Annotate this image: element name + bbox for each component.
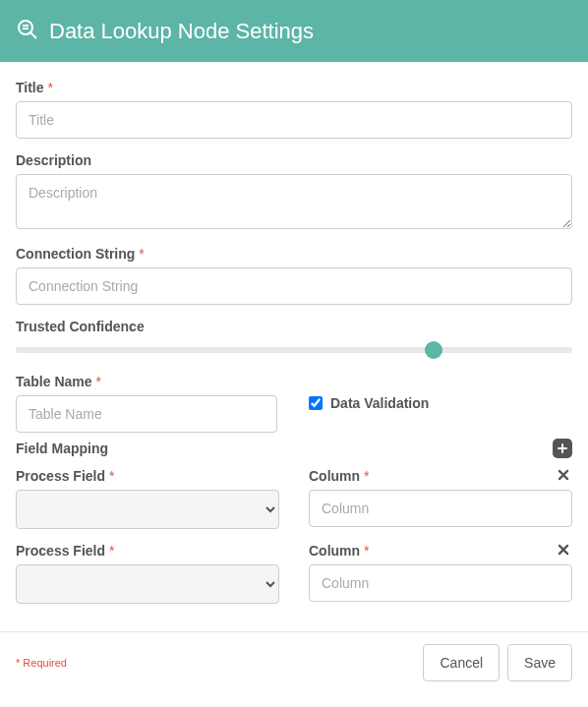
dialog-header: Data Lookup Node Settings (0, 0, 588, 62)
column-label-text: Column (309, 468, 360, 484)
column-label: Column * (309, 543, 572, 559)
process-field-select[interactable] (16, 564, 279, 604)
process-field-label: Process Field * (16, 543, 279, 559)
add-mapping-button[interactable] (553, 439, 572, 458)
required-marker: * (364, 468, 369, 484)
connection-string-label-text: Connection String (16, 246, 135, 262)
column-col: Column * (309, 543, 572, 602)
title-label: Title * (16, 80, 572, 95)
slider-thumb[interactable] (425, 341, 442, 359)
column-input[interactable] (309, 564, 572, 602)
field-mapping-header: Field Mapping (16, 439, 572, 458)
search-doc-icon (16, 18, 39, 44)
process-field-label-text: Process Field (16, 468, 105, 484)
connection-string-label: Connection String * (16, 246, 572, 262)
save-button[interactable]: Save (507, 644, 572, 681)
dialog-title: Data Lookup Node Settings (49, 19, 314, 44)
table-name-label-text: Table Name (16, 374, 92, 389)
required-marker: * (47, 80, 52, 95)
field-mapping-title: Field Mapping (16, 441, 108, 456)
column-input[interactable] (309, 490, 572, 527)
data-validation-label[interactable]: Data Validation (330, 395, 429, 411)
dialog-footer: * Required Cancel Save (0, 632, 588, 697)
data-validation-checkbox[interactable] (309, 396, 323, 410)
field-title: Title * (16, 80, 572, 139)
required-marker: * (139, 246, 144, 262)
process-field-label: Process Field * (16, 468, 279, 484)
field-table-name: Table Name * (16, 374, 279, 433)
mapping-row: Process Field * Column * (16, 543, 572, 604)
field-data-validation: Data Validation (309, 374, 572, 411)
table-validation-row: Table Name * Data Validation (16, 374, 572, 433)
required-marker: * (364, 543, 369, 559)
process-field-col: Process Field * (16, 543, 279, 604)
required-note: * Required (16, 657, 67, 669)
delete-mapping-button[interactable] (557, 468, 572, 484)
required-marker: * (109, 543, 114, 559)
footer-buttons: Cancel Save (423, 644, 572, 681)
title-label-text: Title (16, 80, 44, 95)
required-marker: * (95, 374, 100, 389)
column-col: Column * (309, 468, 572, 527)
column-label: Column * (309, 468, 572, 484)
process-field-label-text: Process Field (16, 543, 105, 559)
column-label-text: Column (309, 543, 360, 559)
process-field-col: Process Field * (16, 468, 279, 529)
field-connection-string: Connection String * (16, 246, 572, 305)
mapping-row: Process Field * Column * (16, 468, 572, 529)
slider-track (16, 347, 572, 353)
mapping-rows-container: Process Field * Column * Process Field * (16, 468, 572, 604)
table-name-input[interactable] (16, 395, 277, 433)
field-trusted-confidence: Trusted Confidence (16, 319, 572, 360)
form-body: Title * Description Connection String * … (0, 62, 588, 621)
connection-string-input[interactable] (16, 267, 572, 305)
svg-line-1 (30, 32, 36, 38)
description-label: Description (16, 152, 572, 168)
field-description: Description (16, 152, 572, 232)
process-field-select[interactable] (16, 490, 279, 529)
cancel-button[interactable]: Cancel (423, 644, 500, 681)
required-marker: * (109, 468, 114, 484)
title-input[interactable] (16, 101, 572, 139)
description-textarea[interactable] (16, 174, 572, 229)
trusted-confidence-slider[interactable] (16, 340, 572, 360)
delete-mapping-button[interactable] (557, 543, 572, 559)
trusted-confidence-label: Trusted Confidence (16, 319, 572, 334)
table-name-label: Table Name * (16, 374, 279, 389)
